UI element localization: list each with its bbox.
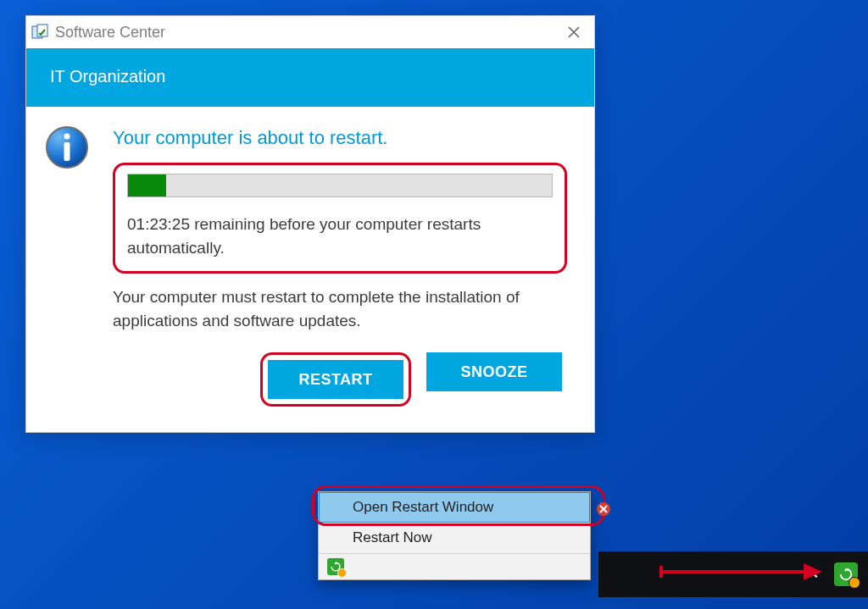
dialog-body: Your computer is about to restart. 01:23… xyxy=(26,107,594,432)
close-icon xyxy=(596,501,611,517)
taskbar xyxy=(598,551,868,597)
time-remaining-text: 01:23:25 remaining before your computer … xyxy=(127,213,553,259)
menu-open-restart-window[interactable]: Open Restart Window xyxy=(319,492,590,523)
software-center-dialog: Software Center IT Organization xyxy=(25,15,595,433)
svg-point-3 xyxy=(64,134,70,140)
close-button[interactable] xyxy=(560,20,587,44)
subheader: IT Organization xyxy=(26,48,594,107)
restart-headline: Your computer is about to restart. xyxy=(113,127,567,149)
titlebar[interactable]: Software Center xyxy=(26,16,594,48)
chevron-up-icon[interactable] xyxy=(804,567,819,582)
restart-explanation: Your computer must restart to complete t… xyxy=(113,285,567,332)
svg-rect-1 xyxy=(37,25,47,36)
annotation-restart-button: RESTART xyxy=(260,352,411,407)
info-icon xyxy=(45,125,89,169)
software-center-icon xyxy=(31,24,48,41)
restart-tray-icon xyxy=(327,558,344,575)
snooze-button[interactable]: SNOOZE xyxy=(426,352,562,391)
menu-footer xyxy=(319,553,590,579)
annotation-progress-box: 01:23:25 remaining before your computer … xyxy=(113,163,567,274)
tray-context-menu: Open Restart Window Restart Now xyxy=(318,491,591,580)
svg-rect-4 xyxy=(64,142,70,161)
window-title: Software Center xyxy=(55,24,560,42)
button-row: RESTART SNOOZE xyxy=(113,352,567,407)
restart-tray-icon[interactable] xyxy=(834,562,858,586)
restart-progress-bar xyxy=(127,174,553,197)
restart-button[interactable]: RESTART xyxy=(268,360,403,399)
menu-restart-now[interactable]: Restart Now xyxy=(319,523,590,553)
